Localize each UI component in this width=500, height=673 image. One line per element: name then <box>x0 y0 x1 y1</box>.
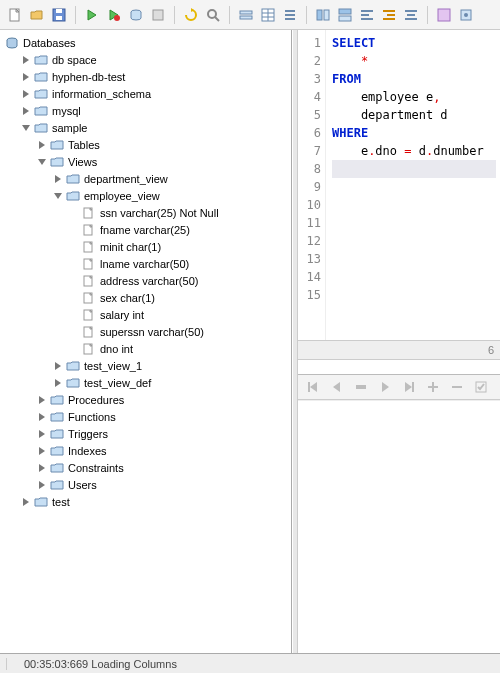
code-line[interactable]: FROM <box>332 70 496 88</box>
result-commit-button[interactable] <box>472 378 490 396</box>
twisty-icon[interactable] <box>68 275 80 287</box>
exec-db-button[interactable] <box>127 6 145 24</box>
code-line[interactable] <box>332 160 496 178</box>
code-line[interactable]: * <box>332 52 496 70</box>
tree-item[interactable]: dno int <box>64 340 291 357</box>
twisty-icon[interactable] <box>20 105 32 117</box>
save-button[interactable] <box>50 6 68 24</box>
code-line[interactable] <box>332 178 496 196</box>
tree-item[interactable]: minit char(1) <box>64 238 291 255</box>
result-add-button[interactable] <box>424 378 442 396</box>
tree-item[interactable]: address varchar(50) <box>64 272 291 289</box>
tree-item[interactable]: sex char(1) <box>64 289 291 306</box>
twisty-icon[interactable] <box>68 343 80 355</box>
twisty-icon[interactable] <box>36 428 48 440</box>
twisty-icon[interactable] <box>52 360 64 372</box>
open-button[interactable] <box>28 6 46 24</box>
code-line[interactable] <box>332 232 496 250</box>
sql-editor[interactable]: 123456789101112131415 SELECT *FROM emplo… <box>298 30 500 340</box>
tree-item[interactable]: superssn varchar(50) <box>64 323 291 340</box>
code-line[interactable] <box>332 196 496 214</box>
result-first-button[interactable] <box>304 378 322 396</box>
result-grid[interactable] <box>298 400 500 653</box>
twisty-icon[interactable] <box>36 139 48 151</box>
options-button[interactable] <box>457 6 475 24</box>
tree-item[interactable]: Functions <box>32 408 291 425</box>
code-line[interactable] <box>332 286 496 304</box>
twisty-icon[interactable] <box>68 224 80 236</box>
list-button[interactable] <box>281 6 299 24</box>
tree-item[interactable]: Users <box>32 476 291 493</box>
code-line[interactable]: employee e, <box>332 88 496 106</box>
twisty-icon[interactable] <box>68 258 80 270</box>
twisty-icon[interactable] <box>52 190 64 202</box>
twisty-icon[interactable] <box>52 173 64 185</box>
code-line[interactable] <box>332 268 496 286</box>
twisty-icon[interactable] <box>20 71 32 83</box>
copy-table-button[interactable] <box>259 6 277 24</box>
twisty-icon[interactable] <box>20 122 32 134</box>
result-row-button[interactable] <box>352 378 370 396</box>
result-prev-button[interactable] <box>328 378 346 396</box>
tree-item[interactable]: Triggers <box>32 425 291 442</box>
twisty-icon[interactable] <box>68 292 80 304</box>
code-line[interactable]: e.dno = d.dnumber <box>332 142 496 160</box>
tree-item[interactable]: test <box>16 493 291 510</box>
tree-item[interactable]: department_view <box>48 170 291 187</box>
code-line[interactable]: SELECT <box>332 34 496 52</box>
new-button[interactable] <box>6 6 24 24</box>
tree-root[interactable]: Databases <box>0 34 291 51</box>
twisty-icon[interactable] <box>36 156 48 168</box>
twisty-icon[interactable] <box>36 445 48 457</box>
format-button[interactable] <box>435 6 453 24</box>
tree-item[interactable]: test_view_def <box>48 374 291 391</box>
tree-item[interactable]: ssn varchar(25) Not Null <box>64 204 291 221</box>
result-last-button[interactable] <box>400 378 418 396</box>
twisty-icon[interactable] <box>68 207 80 219</box>
tree-item[interactable]: salary int <box>64 306 291 323</box>
twisty-icon[interactable] <box>36 411 48 423</box>
tree-pane[interactable]: Databasesdb spacehyphen-db-testinformati… <box>0 30 292 653</box>
twisty-icon[interactable] <box>20 496 32 508</box>
tree-item[interactable]: employee_view <box>48 187 291 204</box>
twisty-icon[interactable] <box>68 241 80 253</box>
tree-item[interactable]: sample <box>16 119 291 136</box>
tree-item[interactable]: db space <box>16 51 291 68</box>
tree-item[interactable]: mysql <box>16 102 291 119</box>
tree-item[interactable]: Indexes <box>32 442 291 459</box>
stop-button[interactable] <box>149 6 167 24</box>
code-line[interactable] <box>332 214 496 232</box>
tree-item[interactable]: lname varchar(50) <box>64 255 291 272</box>
align4-button[interactable] <box>380 6 398 24</box>
twisty-icon[interactable] <box>68 309 80 321</box>
editor-code[interactable]: SELECT *FROM employee e, department dWHE… <box>326 30 500 340</box>
tree-item[interactable]: Procedures <box>32 391 291 408</box>
twisty-icon[interactable] <box>36 462 48 474</box>
align3-button[interactable] <box>358 6 376 24</box>
refresh-button[interactable] <box>182 6 200 24</box>
code-line[interactable]: department d <box>332 106 496 124</box>
exec-button[interactable] <box>83 6 101 24</box>
twisty-icon[interactable] <box>36 479 48 491</box>
twisty-icon[interactable] <box>36 394 48 406</box>
tree-item[interactable]: information_schema <box>16 85 291 102</box>
twisty-icon[interactable] <box>52 377 64 389</box>
tree-item[interactable]: Tables <box>32 136 291 153</box>
tree-item[interactable]: Views <box>32 153 291 170</box>
twisty-icon[interactable] <box>68 326 80 338</box>
result-next-button[interactable] <box>376 378 394 396</box>
tree-item[interactable]: test_view_1 <box>48 357 291 374</box>
editor-hscroll[interactable]: 6 <box>298 340 500 360</box>
code-line[interactable]: WHERE <box>332 124 496 142</box>
find-button[interactable] <box>204 6 222 24</box>
result-del-button[interactable] <box>448 378 466 396</box>
code-line[interactable] <box>332 250 496 268</box>
tree-item[interactable]: hyphen-db-test <box>16 68 291 85</box>
tree-item[interactable]: fname varchar(25) <box>64 221 291 238</box>
align2-button[interactable] <box>336 6 354 24</box>
align1-button[interactable] <box>314 6 332 24</box>
exec-red-button[interactable] <box>105 6 123 24</box>
align5-button[interactable] <box>402 6 420 24</box>
twisty-icon[interactable] <box>20 54 32 66</box>
tree-item[interactable]: Constraints <box>32 459 291 476</box>
